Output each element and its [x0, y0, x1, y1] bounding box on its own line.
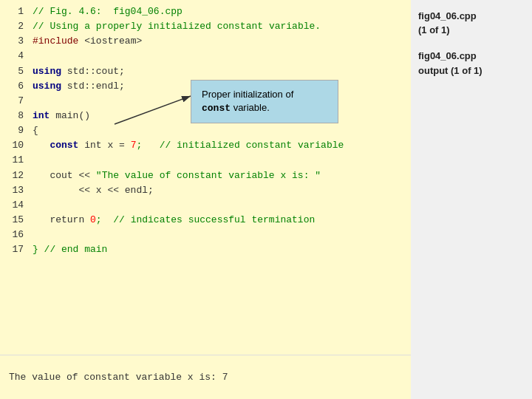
code-line: 4 — [0, 49, 411, 64]
code-line: 13 << x << endl; — [0, 183, 411, 198]
line-content: using std::endl; — [33, 79, 125, 94]
line-number: 6 — [6, 79, 24, 94]
code-line: 2// Using a properly initialized constan… — [0, 19, 411, 34]
code-line: 5using std::cout; — [0, 64, 411, 79]
line-number: 17 — [6, 242, 24, 257]
callout-box: Proper initialization of const variable. — [191, 80, 338, 123]
line-number: 10 — [6, 138, 24, 153]
line-number: 9 — [6, 123, 24, 138]
code-line: 10 const int x = 7; // initialized const… — [0, 138, 411, 153]
line-number: 2 — [6, 19, 24, 34]
sidebar-label-1: fig04_06.cpp (1 of 1) — [418, 10, 477, 35]
line-content: // Fig. 4.6: fig04_06.cpp — [33, 4, 183, 19]
line-content: { — [33, 123, 38, 138]
left-panels: Proper initialization of const variable.… — [0, 0, 411, 399]
code-line: 1// Fig. 4.6: fig04_06.cpp — [0, 4, 411, 19]
code-line: 17} // end main — [0, 242, 411, 257]
line-content: << x << endl; — [33, 183, 154, 198]
line-number: 7 — [6, 94, 24, 109]
line-content: #include <iostream> — [33, 34, 142, 49]
code-line: 3#include <iostream> — [0, 34, 411, 49]
line-number: 14 — [6, 198, 24, 213]
code-line: 16 — [0, 228, 411, 242]
sidebar-item-1[interactable]: fig04_06.cpp (1 of 1) — [418, 9, 525, 37]
output-section: The value of constant variable x is: 7 — [0, 355, 411, 399]
line-content: return 0; // indicates successful termin… — [33, 213, 315, 228]
line-content: cout << "The value of constant variable … — [33, 168, 321, 183]
output-text: The value of constant variable x is: 7 — [9, 372, 228, 383]
line-number: 8 — [6, 109, 24, 123]
line-number: 13 — [6, 183, 24, 198]
line-content: // Using a properly initialized constant… — [33, 19, 321, 34]
line-number: 1 — [6, 4, 24, 19]
line-number: 5 — [6, 64, 24, 79]
line-content: using std::cout; — [33, 64, 125, 79]
sidebar: fig04_06.cpp (1 of 1) fig04_06.cpp outpu… — [411, 0, 532, 399]
code-line: 9{ — [0, 123, 411, 138]
code-area: Proper initialization of const variable.… — [0, 0, 411, 355]
callout-line1: Proper initialization of — [202, 89, 293, 100]
line-number: 16 — [6, 228, 24, 242]
callout-keyword: const — [202, 103, 231, 114]
code-line: 15 return 0; // indicates successful ter… — [0, 213, 411, 228]
line-number: 4 — [6, 49, 24, 64]
sidebar-label-2: fig04_06.cpp output (1 of 1) — [418, 50, 482, 75]
code-line: 12 cout << "The value of constant variab… — [0, 168, 411, 183]
line-content: } // end main — [33, 242, 107, 257]
line-content: int main() — [33, 109, 90, 123]
line-number: 12 — [6, 168, 24, 183]
line-number: 3 — [6, 34, 24, 49]
line-number: 11 — [6, 153, 24, 168]
code-line: 11 — [0, 153, 411, 168]
line-content: const int x = 7; // initialized constant… — [33, 138, 344, 153]
main-container: Proper initialization of const variable.… — [0, 0, 532, 399]
code-line: 14 — [0, 198, 411, 213]
callout-line2-post: variable. — [231, 102, 270, 113]
line-number: 15 — [6, 213, 24, 228]
sidebar-item-2[interactable]: fig04_06.cpp output (1 of 1) — [418, 49, 525, 77]
